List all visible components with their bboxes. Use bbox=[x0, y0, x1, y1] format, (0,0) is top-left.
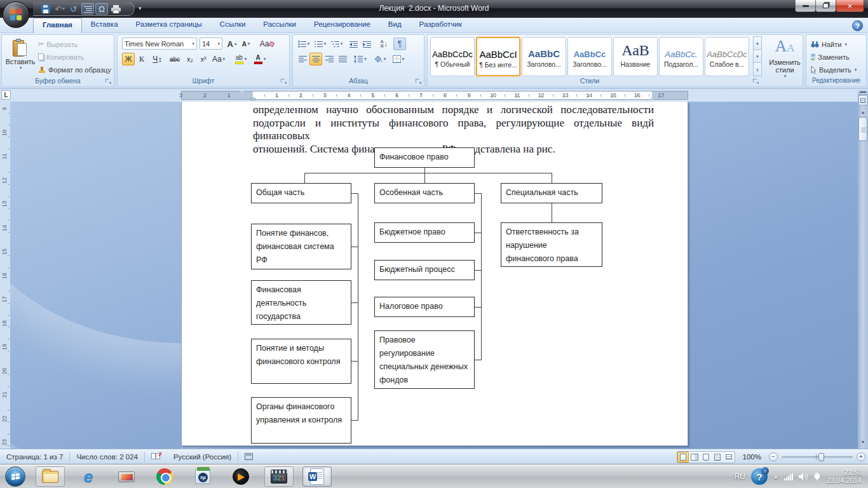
font-dialog-launcher[interactable] bbox=[281, 79, 287, 85]
right-indent-marker[interactable] bbox=[649, 94, 654, 100]
grow-font-button[interactable]: А▾ bbox=[226, 37, 238, 50]
left-indent-marker[interactable] bbox=[250, 98, 255, 100]
scrollbar-thumb[interactable] bbox=[858, 117, 867, 141]
strikethrough-button[interactable]: abc bbox=[166, 53, 183, 65]
tab-stop-selector[interactable]: L bbox=[1, 90, 11, 100]
align-center-button[interactable] bbox=[309, 53, 322, 65]
font-color-button[interactable]: А ▾ bbox=[251, 53, 269, 65]
tab-view[interactable]: Вид bbox=[379, 18, 410, 33]
power-plug-icon[interactable] bbox=[813, 473, 821, 480]
chrome-taskbar-button[interactable] bbox=[150, 466, 179, 487]
justify-button[interactable] bbox=[336, 53, 349, 65]
zoom-slider-thumb[interactable] bbox=[818, 453, 824, 461]
scroll-up-button[interactable]: ▴ bbox=[858, 107, 867, 116]
style-no-spacing[interactable]: AaBbCcI ¶ Без инте... bbox=[476, 37, 520, 76]
diagram-box[interactable]: Ответственность за нарушение финансового… bbox=[501, 222, 602, 267]
zoom-out-button[interactable]: − bbox=[769, 452, 778, 461]
zoom-in-button[interactable]: + bbox=[857, 452, 865, 461]
diagram-box-branch[interactable]: Специальная часть bbox=[501, 183, 602, 203]
media-player-taskbar-button[interactable]: 321 bbox=[264, 466, 294, 487]
cut-button[interactable]: ✂ Вырезать bbox=[38, 38, 78, 50]
ruler-toggle-button[interactable] bbox=[858, 95, 867, 105]
paragraph-line[interactable]: подотрасли и институты финансового права… bbox=[253, 117, 654, 143]
tab-insert[interactable]: Вставка bbox=[82, 18, 127, 33]
redo-button[interactable]: ↺ bbox=[67, 3, 80, 15]
text-highlight-button[interactable]: ab ▾ bbox=[232, 53, 250, 65]
internet-explorer-taskbar-button[interactable]: e bbox=[74, 466, 103, 487]
save-button[interactable] bbox=[39, 3, 52, 15]
diagram-box[interactable]: Понятие и методы финансового контроля bbox=[251, 339, 351, 384]
formatting-marks-button[interactable] bbox=[81, 3, 94, 15]
numbering-button[interactable]: ▾ bbox=[313, 37, 328, 50]
format-painter-button[interactable]: Формат по образцу bbox=[38, 64, 111, 76]
volume-icon[interactable] bbox=[799, 473, 808, 480]
multilevel-list-button[interactable]: ▾ bbox=[329, 37, 344, 50]
find-button[interactable]: Найти ▾ bbox=[811, 38, 847, 50]
clipboard-dialog-launcher[interactable] bbox=[105, 79, 112, 85]
start-button[interactable] bbox=[5, 466, 25, 487]
italic-button[interactable]: К bbox=[135, 53, 148, 65]
superscript-button[interactable]: x² bbox=[197, 53, 210, 65]
bold-button[interactable]: Ж bbox=[122, 53, 135, 65]
document-page[interactable]: определенном научно обоснованным порядке… bbox=[181, 102, 688, 446]
network-signal-icon[interactable] bbox=[784, 473, 793, 480]
styles-scroll-down[interactable]: ▼ bbox=[753, 50, 762, 64]
font-family-combo[interactable]: Times New Roman ▾ bbox=[122, 37, 197, 50]
explorer-taskbar-button[interactable] bbox=[36, 466, 65, 487]
decrease-indent-button[interactable] bbox=[347, 37, 360, 50]
photo-app-taskbar-button[interactable] bbox=[112, 466, 141, 487]
minimize-button[interactable] bbox=[795, 0, 816, 12]
style-heading1[interactable]: AaBbC Заголово... bbox=[522, 37, 566, 76]
hp-taskbar-button[interactable]: hp bbox=[188, 466, 217, 487]
align-left-button[interactable] bbox=[296, 53, 309, 65]
fullscreen-reading-view-button[interactable] bbox=[689, 452, 700, 463]
diagram-box-branch[interactable]: Особенная часть bbox=[374, 183, 475, 203]
office-button[interactable] bbox=[3, 1, 29, 28]
shrink-font-button[interactable]: А▾ bbox=[240, 37, 252, 50]
page-number-status[interactable]: Страница: 1 из 7 bbox=[0, 449, 69, 464]
diagram-box[interactable]: Правовое регулирование специальных денеж… bbox=[374, 330, 475, 389]
scroll-down-button[interactable]: ▾ bbox=[858, 437, 867, 446]
show-marks-button[interactable]: ¶ bbox=[393, 37, 406, 50]
split-handle[interactable] bbox=[858, 90, 868, 95]
language-indicator[interactable]: RU bbox=[735, 472, 745, 481]
insert-symbol-button[interactable]: Ω bbox=[95, 3, 108, 15]
diagram-box-root[interactable]: Финансовое право bbox=[374, 147, 475, 168]
tab-home[interactable]: Главная bbox=[33, 18, 82, 33]
clear-formatting-button[interactable]: Aa bbox=[259, 37, 275, 50]
outline-view-button[interactable] bbox=[712, 452, 723, 463]
paragraph-dialog-launcher[interactable] bbox=[416, 79, 422, 85]
font-size-combo[interactable]: 14 ▾ bbox=[200, 37, 222, 50]
macro-recording-button[interactable] bbox=[238, 449, 259, 464]
close-button[interactable]: × bbox=[836, 0, 864, 12]
diagram-box[interactable]: Понятие финансов, финансовая система РФ bbox=[251, 224, 351, 269]
paragraph-line[interactable]: определенном научно обоснованным порядке… bbox=[253, 104, 654, 117]
replace-button[interactable]: abac Заменить bbox=[811, 51, 850, 63]
zoom-slider-track[interactable] bbox=[782, 456, 853, 458]
shading-button[interactable]: ▾ bbox=[372, 53, 388, 65]
clock[interactable]: 21:53 23.04.2014 bbox=[827, 468, 865, 485]
line-spacing-button[interactable]: ▾ bbox=[352, 53, 369, 65]
change-case-button[interactable]: Aa▾ bbox=[210, 53, 227, 65]
copy-button[interactable]: Копировать bbox=[38, 51, 84, 63]
vertical-scrollbar[interactable]: ▴ ▾ bbox=[858, 90, 868, 449]
styles-dialog-launcher[interactable] bbox=[753, 79, 759, 85]
help-info-tray-icon[interactable]: ?i bbox=[751, 468, 768, 485]
bullets-button[interactable]: ▾ bbox=[296, 37, 311, 50]
tab-developer[interactable]: Разработчик bbox=[410, 18, 471, 33]
styles-gallery-expand[interactable]: ⊻ bbox=[753, 62, 762, 76]
tab-review[interactable]: Рецензирование bbox=[305, 18, 379, 33]
diagram-box[interactable]: Финансовая деятельность государства bbox=[251, 280, 351, 325]
help-button[interactable]: ? bbox=[852, 20, 863, 31]
style-subtle-emphasis[interactable]: AaBbCcDc Слабое в... bbox=[705, 37, 749, 76]
aimp-taskbar-button[interactable] bbox=[226, 466, 255, 487]
diagram-box-branch[interactable]: Общая часть bbox=[251, 183, 351, 203]
spellcheck-status[interactable]: ✗ bbox=[145, 449, 167, 464]
style-title[interactable]: АаВ Название bbox=[613, 37, 658, 76]
tab-mailings[interactable]: Рассылки bbox=[254, 18, 305, 33]
sort-button[interactable]: АЯ ↓ bbox=[377, 37, 391, 50]
zoom-level[interactable]: 100% bbox=[743, 453, 761, 461]
subscript-button[interactable]: x₂ bbox=[184, 53, 196, 65]
diagram-box[interactable]: Налоговое право bbox=[374, 297, 475, 317]
diagram-box[interactable]: Органы финансового управления и контроля bbox=[251, 397, 351, 444]
